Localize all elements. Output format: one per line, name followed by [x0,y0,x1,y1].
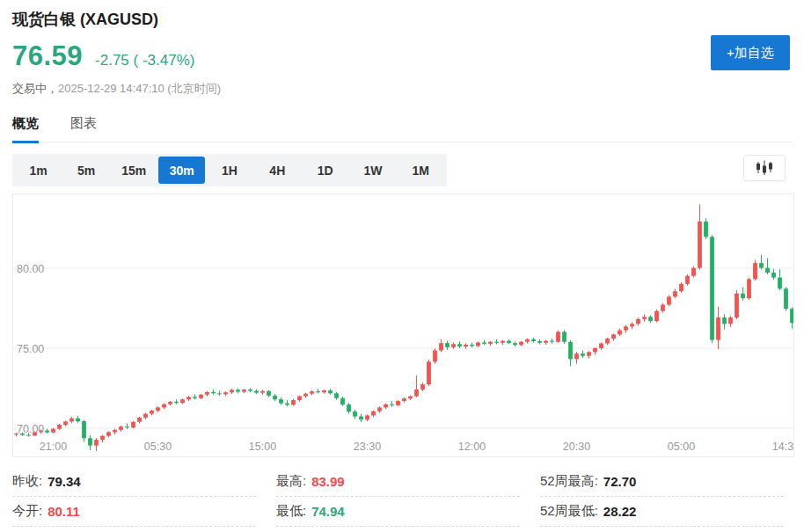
active-tab-underline [12,141,39,143]
stat-high: 最高: 83.99 [276,467,520,497]
current-price: 76.59 [12,40,83,72]
quote-page: 现货白银 (XAGUSD) +加自选 76.59 -2.75 ( -3.47%)… [0,0,804,532]
interval-selector: 1m 5m 15m 30m 1H 4H 1D 1W 1M [12,154,447,186]
svg-text:80.00: 80.00 [17,263,44,275]
stat-prev-close: 昨收: 79.34 [12,467,256,497]
range-button-1h[interactable]: 1H [206,157,252,184]
svg-text:05:30: 05:30 [144,441,172,453]
tab-bar: 概览 图表 [12,115,792,142]
stat-value: 80.11 [48,504,80,519]
stat-low: 最低: 74.94 [276,497,520,527]
stat-value: 74.94 [311,504,345,519]
stat-label: 最低: [276,503,306,520]
tab-chart[interactable]: 图表 [70,115,97,142]
price-row: 76.59 -2.75 ( -3.47%) [12,40,194,72]
range-button-1d[interactable]: 1D [302,157,348,184]
stat-value: 79.34 [48,474,81,489]
range-button-15m[interactable]: 15m [111,157,157,184]
stat-label: 昨收: [12,473,42,490]
quote-status: 交易中，2025-12-29 14:47:10 (北京时间) [12,81,221,97]
svg-text:14:30: 14:30 [772,441,793,453]
svg-text:75.00: 75.00 [17,343,44,355]
range-button-1w[interactable]: 1W [349,157,396,184]
stat-label: 今开: [12,503,42,520]
stat-open: 今开: 80.11 [12,497,256,527]
trading-status: 交易中， [12,82,58,95]
svg-text:20:30: 20:30 [563,441,590,453]
stat-label: 52周最低: [540,503,598,520]
add-watchlist-button[interactable]: +加自选 [711,35,790,70]
chart-type-button[interactable] [743,155,786,181]
quote-timestamp: 2025-12-29 14:47:10 (北京时间) [58,82,221,95]
stat-label: 最高: [276,473,306,490]
svg-text:70.00: 70.00 [17,423,44,435]
candlestick-chart[interactable]: 80.0075.0070.0021:0005:3015:0023:3012:00… [13,194,793,456]
stat-value: 83.99 [311,474,345,489]
svg-text:05:00: 05:00 [668,441,695,453]
candlestick-icon [755,160,774,176]
page-title: 现货白银 (XAGUSD) [12,9,158,30]
price-chart-panel: 80.0075.0070.0021:0005:3015:0023:3012:00… [12,193,794,457]
stat-52w-low: 52周最低: 28.22 [540,497,784,527]
range-button-1m[interactable]: 1m [15,157,62,184]
range-button-30m[interactable]: 30m [158,157,205,184]
svg-text:12:00: 12:00 [458,441,486,453]
stat-value: 28.22 [603,504,637,519]
range-button-5m[interactable]: 5m [62,157,109,184]
svg-text:23:30: 23:30 [354,441,381,453]
stats-grid: 昨收: 79.34 最高: 83.99 52周最高: 72.70 今开: 80.… [12,467,784,527]
svg-text:15:00: 15:00 [249,441,276,453]
price-change: -2.75 ( -3.47%) [95,52,194,69]
svg-text:21:00: 21:00 [40,441,67,453]
stat-label: 52周最高: [540,473,598,490]
stat-value: 72.70 [603,474,637,489]
range-button-4h[interactable]: 4H [254,157,301,184]
range-button-1mo[interactable]: 1M [398,157,444,184]
stat-52w-high: 52周最高: 72.70 [540,467,784,497]
tab-overview[interactable]: 概览 [12,115,39,142]
